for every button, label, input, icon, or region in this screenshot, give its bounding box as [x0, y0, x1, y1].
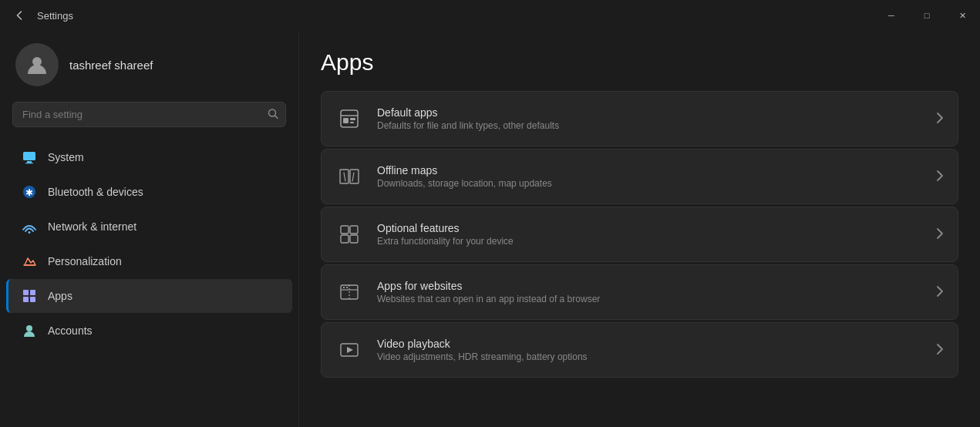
apps-for-websites-desc: Websites that can open in an app instead… — [377, 294, 922, 304]
accounts-icon — [22, 323, 37, 338]
optional-features-icon — [335, 220, 363, 248]
svg-rect-17 — [343, 118, 349, 123]
default-apps-icon — [335, 105, 363, 133]
svg-marker-30 — [347, 347, 353, 353]
svg-rect-10 — [23, 290, 29, 295]
search-icon — [268, 108, 278, 121]
minimize-button[interactable]: ─ — [874, 0, 909, 31]
svg-rect-21 — [350, 170, 359, 183]
svg-rect-18 — [350, 118, 355, 120]
apps-for-websites-title: Apps for websites — [377, 280, 922, 292]
sidebar-item-label-system: System — [48, 151, 84, 163]
offline-maps-text: Offline maps Downloads, storage location… — [377, 164, 922, 189]
sidebar-item-system[interactable]: System — [6, 140, 292, 174]
sidebar-item-network[interactable]: Network & internet — [6, 210, 292, 244]
optional-features-desc: Extra functionality for your device — [377, 236, 922, 247]
svg-rect-22 — [341, 226, 349, 234]
sidebar-item-label-bluetooth: Bluetooth & devices — [48, 186, 143, 198]
apps-for-websites-chevron — [936, 285, 944, 300]
apps-for-websites-icon — [335, 278, 363, 306]
offline-maps-icon — [335, 163, 363, 190]
svg-rect-13 — [30, 297, 35, 302]
svg-rect-3 — [23, 152, 35, 160]
optional-features-text: Optional features Extra functionality fo… — [377, 222, 922, 247]
svg-rect-4 — [27, 161, 32, 163]
username: tashreef shareef — [69, 59, 153, 72]
page-title: Apps — [321, 49, 958, 76]
svg-rect-12 — [23, 297, 29, 302]
svg-rect-5 — [25, 163, 33, 163]
svg-rect-25 — [350, 235, 358, 243]
sidebar-item-apps[interactable]: Apps — [6, 279, 292, 313]
settings-item-apps-for-websites[interactable]: Apps for websites Websites that can open… — [321, 264, 958, 320]
svg-text:✱: ✱ — [25, 187, 33, 198]
settings-item-video-playback[interactable]: Video playback Video adjustments, HDR st… — [321, 322, 958, 378]
svg-rect-11 — [30, 290, 35, 295]
sidebar-item-label-apps: Apps — [48, 290, 72, 302]
video-playback-desc: Video adjustments, HDR streaming, batter… — [377, 351, 922, 362]
avatar — [15, 43, 59, 86]
window-controls: ─ □ ✕ — [874, 0, 980, 31]
settings-list: Default apps Defaults for file and link … — [321, 91, 958, 378]
svg-rect-19 — [350, 122, 354, 123]
default-apps-desc: Defaults for file and link types, other … — [377, 120, 922, 131]
video-playback-title: Video playback — [377, 338, 922, 350]
svg-rect-24 — [341, 235, 349, 243]
apps-for-websites-text: Apps for websites Websites that can open… — [377, 280, 922, 304]
system-icon — [22, 150, 37, 165]
bluetooth-icon: ✱ — [22, 184, 37, 200]
default-apps-title: Default apps — [377, 106, 922, 119]
settings-item-default-apps[interactable]: Default apps Defaults for file and link … — [321, 91, 958, 146]
sidebar-item-accounts[interactable]: Accounts — [6, 314, 292, 348]
back-button[interactable] — [9, 5, 31, 26]
search-input[interactable] — [12, 102, 286, 127]
offline-maps-title: Offline maps — [377, 164, 922, 177]
offline-maps-chevron — [936, 170, 944, 184]
sidebar-item-label-accounts: Accounts — [48, 324, 93, 337]
video-playback-chevron — [936, 343, 944, 358]
nav-list: System ✱ Bluetooth & devices — [0, 136, 298, 427]
sidebar-item-label-network: Network & internet — [48, 220, 136, 233]
sidebar-item-bluetooth[interactable]: ✱ Bluetooth & devices — [6, 175, 292, 209]
settings-item-offline-maps[interactable]: Offline maps Downloads, storage location… — [321, 149, 958, 204]
content-area: Apps Default apps Defaults for file and … — [299, 31, 980, 427]
sidebar-item-personalization[interactable]: Personalization — [6, 244, 292, 278]
video-playback-icon — [335, 336, 363, 364]
svg-point-14 — [26, 325, 32, 331]
apps-icon — [22, 288, 37, 304]
titlebar: Settings ─ □ ✕ — [0, 0, 980, 31]
default-apps-chevron — [936, 112, 944, 126]
svg-rect-23 — [350, 226, 358, 234]
svg-point-8 — [29, 231, 31, 234]
optional-features-chevron — [936, 227, 944, 242]
search-box — [12, 102, 286, 127]
main-layout: tashreef shareef — [0, 31, 980, 427]
video-playback-text: Video playback Video adjustments, HDR st… — [377, 338, 922, 362]
user-profile: tashreef shareef — [0, 31, 298, 102]
network-icon — [22, 219, 37, 234]
offline-maps-desc: Downloads, storage location, map updates — [377, 178, 922, 189]
optional-features-title: Optional features — [377, 222, 922, 234]
sidebar: tashreef shareef — [0, 31, 299, 427]
titlebar-title: Settings — [37, 10, 73, 22]
close-button[interactable]: ✕ — [945, 0, 980, 31]
svg-rect-27 — [343, 287, 345, 288]
svg-line-2 — [275, 116, 278, 119]
default-apps-text: Default apps Defaults for file and link … — [377, 106, 922, 131]
sidebar-item-label-personalization: Personalization — [48, 255, 122, 267]
maximize-button[interactable]: □ — [909, 0, 945, 31]
svg-rect-28 — [346, 287, 348, 288]
personalization-icon — [22, 254, 37, 269]
settings-item-optional-features[interactable]: Optional features Extra functionality fo… — [321, 207, 958, 262]
